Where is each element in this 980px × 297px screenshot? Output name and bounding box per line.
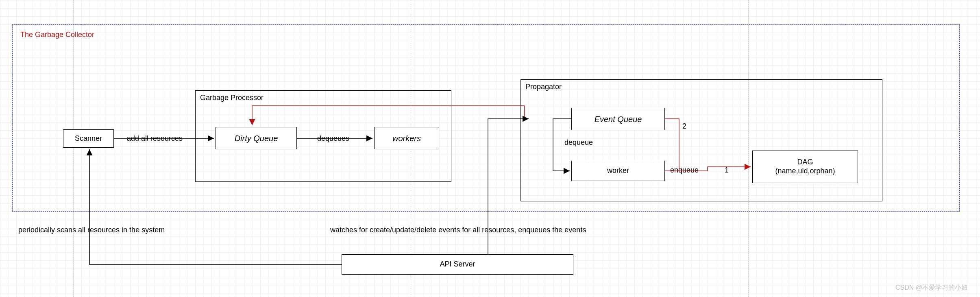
workers-node: workers: [374, 127, 439, 149]
diagram-canvas: The Garbage Collector Garbage Processor …: [0, 0, 980, 297]
worker-node: worker: [571, 161, 665, 181]
add-all-resources-label: add all resources: [127, 134, 183, 143]
api-server-node: API Server: [342, 254, 573, 275]
scanner-annotation: periodically scans all resources in the …: [18, 226, 165, 234]
edge-1-label: 1: [725, 166, 729, 175]
watermark-text: CSDN @不爱学习的小妞: [895, 284, 968, 292]
garbage-processor-label: Garbage Processor: [200, 94, 264, 102]
edge-2-label: 2: [682, 122, 686, 131]
dequeues-label: dequeues: [317, 134, 349, 143]
watch-annotation: watches for create/update/delete events …: [330, 226, 586, 234]
scanner-node: Scanner: [63, 129, 114, 148]
propagator-label: Propagator: [525, 83, 562, 91]
event-queue-node: Event Queue: [571, 108, 665, 130]
enqueue-label: enqueue: [670, 166, 699, 175]
garbage-collector-title: The Garbage Collector: [20, 31, 94, 39]
dequeue-label: dequeue: [564, 138, 593, 147]
dirty-queue-node: Dirty Queue: [216, 127, 297, 149]
dag-node: DAG (name,uid,orphan): [752, 151, 858, 183]
